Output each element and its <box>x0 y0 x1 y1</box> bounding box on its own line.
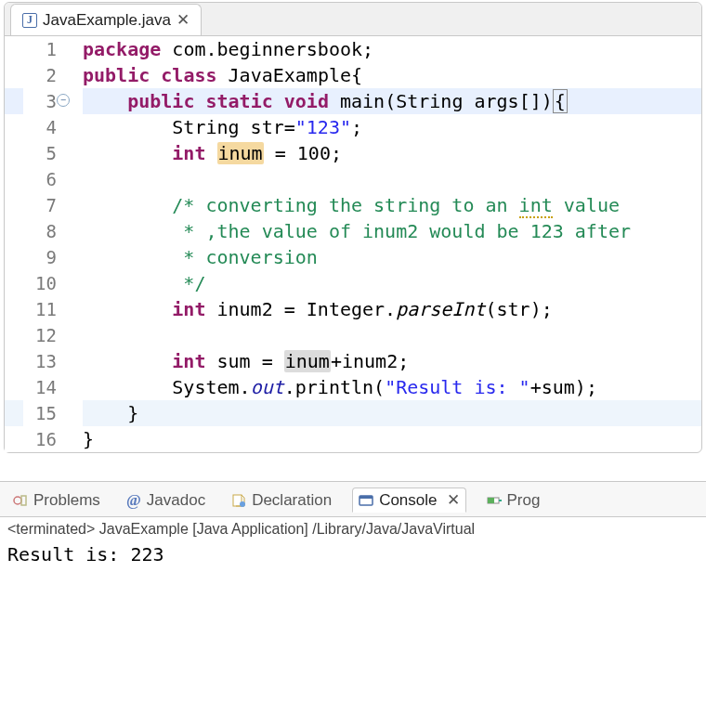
kw-token: class <box>161 64 216 86</box>
line-number: 8 <box>23 218 57 244</box>
line-number: 14 <box>23 374 57 400</box>
line-number: 9 <box>23 244 57 270</box>
cmt-token: int <box>519 194 553 218</box>
code-line[interactable]: } <box>83 400 701 426</box>
bottom-pane: Problems @ Javadoc Declaration Console ✕… <box>0 481 706 728</box>
kw-token: public <box>83 64 150 86</box>
code-line[interactable]: public class JavaExample{ <box>83 62 701 88</box>
tab-declaration-label: Declaration <box>252 491 332 510</box>
kw-token: void <box>284 90 329 112</box>
tab-progress[interactable]: Prog <box>481 489 546 512</box>
editor-tab-filename: JavaExample.java <box>43 11 171 30</box>
line-number: 12 <box>23 322 57 348</box>
svg-rect-1 <box>21 496 26 505</box>
hlword-token: inum <box>217 142 264 164</box>
line-number-gutter: 123−45678910111213141516 <box>23 36 62 452</box>
line-number: 2 <box>23 62 57 88</box>
code-line[interactable]: int inum = 100; <box>83 140 701 166</box>
kw-token: int <box>172 298 205 320</box>
code-line[interactable]: int inum2 = Integer.parseInt(str); <box>83 296 701 322</box>
gutter-row <box>5 166 23 192</box>
code-line[interactable]: */ <box>83 270 701 296</box>
hlword2-token: inum <box>284 350 331 372</box>
code-line[interactable]: * conversion <box>83 244 701 270</box>
line-number: 7 <box>23 192 57 218</box>
code-area[interactable]: 123−45678910111213141516 package com.beg… <box>5 36 701 452</box>
tab-javadoc[interactable]: @ Javadoc <box>121 489 211 512</box>
close-icon[interactable]: ✕ <box>176 10 190 30</box>
javadoc-icon: @ <box>126 493 141 508</box>
code-line[interactable]: int sum = inum+inum2; <box>83 348 701 374</box>
gutter-row <box>5 244 23 270</box>
svg-point-0 <box>14 497 21 504</box>
declaration-icon <box>231 493 246 508</box>
gutter-row <box>5 62 23 88</box>
line-number: 16 <box>23 426 57 452</box>
console-status: <terminated> JavaExample [Java Applicati… <box>0 517 706 541</box>
static-it-token: out <box>251 376 284 398</box>
svg-rect-7 <box>488 498 494 503</box>
fold-toggle-icon[interactable]: − <box>57 94 70 107</box>
line-number: 3− <box>23 88 57 114</box>
line-number: 6 <box>23 166 57 192</box>
line-number: 5 <box>23 140 57 166</box>
java-file-icon: J <box>22 13 37 28</box>
line-number: 13 <box>23 348 57 374</box>
editor-tab-active[interactable]: J JavaExample.java ✕ <box>10 4 202 35</box>
code-line[interactable]: String str="123"; <box>83 114 701 140</box>
line-number: 1 <box>23 36 57 62</box>
line-number: 11 <box>23 296 57 322</box>
line-number: 15 <box>23 400 57 426</box>
code-line[interactable]: package com.beginnersbook; <box>83 36 701 62</box>
code-line[interactable] <box>83 322 701 348</box>
gutter-row <box>5 218 23 244</box>
gutter-row <box>5 426 23 452</box>
tab-problems[interactable]: Problems <box>7 489 106 512</box>
code-line[interactable]: System.out.println("Result is: "+sum); <box>83 374 701 400</box>
kw-token: static <box>205 90 272 112</box>
line-number: 4 <box>23 114 57 140</box>
bottom-view-tabs: Problems @ Javadoc Declaration Console ✕… <box>0 482 706 517</box>
svg-point-3 <box>240 501 245 507</box>
kw-token: int <box>172 142 205 164</box>
code-lines[interactable]: package com.beginnersbook;public class J… <box>79 36 701 452</box>
gutter-row <box>5 88 23 114</box>
editor-tab-bar: J JavaExample.java ✕ <box>5 3 701 36</box>
gutter-row <box>5 400 23 426</box>
tab-javadoc-label: Javadoc <box>147 491 205 510</box>
code-line[interactable]: public static void main(String args[]){ <box>83 88 701 114</box>
svg-rect-5 <box>360 496 373 499</box>
gutter-row <box>5 270 23 296</box>
cmt-token: */ <box>172 272 205 294</box>
gutter-row <box>5 114 23 140</box>
gutter-row <box>5 36 23 62</box>
bracket-box-token: { <box>553 89 568 113</box>
code-line[interactable]: /* converting the string to an int value <box>83 192 701 218</box>
cmt-token: * conversion <box>172 246 318 268</box>
progress-icon <box>487 493 502 508</box>
tab-problems-label: Problems <box>33 491 100 510</box>
code-line[interactable]: * ,the value of inum2 would be 123 after <box>83 218 701 244</box>
line-number: 10 <box>23 270 57 296</box>
gutter-row <box>5 322 23 348</box>
gutter-row <box>5 296 23 322</box>
cmt-token: value <box>553 194 620 216</box>
tab-declaration[interactable]: Declaration <box>226 489 337 512</box>
code-line[interactable]: } <box>83 426 701 452</box>
gutter-row <box>5 374 23 400</box>
gutter-row <box>5 192 23 218</box>
gutter-row <box>5 140 23 166</box>
code-line[interactable] <box>83 166 701 192</box>
methitalic-token: parseInt <box>396 298 485 320</box>
gutter-marks <box>5 36 23 452</box>
editor-pane: J JavaExample.java ✕ 123−456789101112131… <box>4 2 702 453</box>
close-icon[interactable]: ✕ <box>447 490 460 510</box>
console-icon <box>359 493 373 508</box>
console-output[interactable]: Result is: 223 <box>0 541 706 567</box>
str-token: "Result is: " <box>385 376 530 398</box>
problems-icon <box>13 493 28 508</box>
str-token: "123" <box>295 116 351 138</box>
tab-console[interactable]: Console ✕ <box>352 488 465 513</box>
tab-progress-label: Prog <box>507 491 541 510</box>
kw-token: package <box>83 38 161 60</box>
